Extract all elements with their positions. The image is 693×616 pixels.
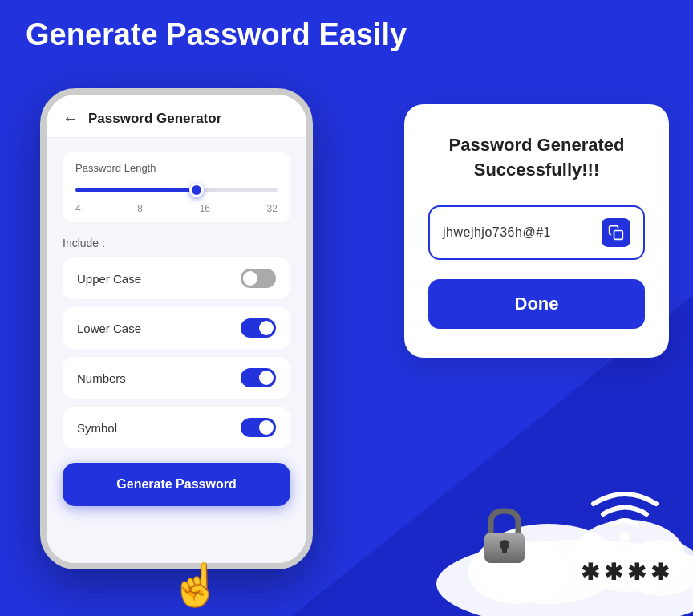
screen-title: Password Generator [88, 111, 221, 127]
password-value: jhwejhjo736h@#1 [443, 225, 551, 240]
toggle-item-lowercase: Lower Case [63, 307, 290, 349]
slider-max: 32 [267, 203, 278, 214]
slider-mid2: 16 [200, 203, 210, 214]
done-button[interactable]: Done [428, 279, 645, 329]
back-button[interactable]: ← [63, 109, 79, 128]
slider-labels: 4 8 16 32 [75, 203, 278, 214]
finger-icon: ☝️ [170, 561, 222, 610]
dot-3: ✱ [627, 559, 646, 586]
success-card: Password GeneratedSuccessfully!!! jhwejh… [404, 104, 669, 358]
toggle-label-uppercase: Upper Case [77, 272, 141, 286]
slider-track-wrapper[interactable] [75, 182, 278, 198]
generate-password-button[interactable]: Generate Password [63, 463, 290, 506]
lock-icon [476, 505, 533, 572]
toggle-knob-uppercase [243, 271, 257, 286]
phone-content: Password Length 4 8 16 32 [47, 138, 306, 521]
deco-area: ✱ ✱ ✱ ✱ [388, 391, 693, 616]
phone-screen: ← Password Generator Password Length 4 [47, 95, 306, 563]
slider-section: Password Length 4 8 16 32 [63, 152, 290, 222]
include-label: Include : [63, 237, 290, 249]
wifi-icon [581, 476, 669, 552]
dot-4: ✱ [650, 559, 669, 586]
toggle-lowercase[interactable] [241, 318, 276, 338]
toggle-item-symbol: Symbol [63, 407, 290, 448]
svg-rect-0 [614, 230, 623, 239]
svg-rect-10 [502, 547, 507, 553]
toggle-knob-numbers [259, 371, 274, 385]
phone-frame: ← Password Generator Password Length 4 [40, 88, 313, 569]
toggle-label-lowercase: Lower Case [77, 322, 141, 335]
toggle-knob-symbol [259, 420, 274, 435]
toggle-item-uppercase: Upper Case [63, 257, 290, 299]
phone-mockup: ← Password Generator Password Length 4 [24, 88, 337, 586]
toggle-label-symbol: Symbol [77, 421, 117, 435]
wifi-svg [581, 476, 669, 549]
toggle-label-numbers: Numbers [77, 371, 126, 385]
slider-mid1: 8 [137, 203, 143, 214]
password-field: jhwejhjo736h@#1 [428, 205, 645, 260]
svg-point-6 [620, 532, 630, 541]
toggle-symbol[interactable] [241, 418, 276, 437]
slider-track [75, 188, 278, 192]
lock-svg [476, 505, 533, 569]
copy-button[interactable] [602, 218, 630, 247]
dot-1: ✱ [581, 559, 599, 586]
success-title: Password GeneratedSuccessfully!!! [428, 133, 645, 183]
toggle-knob-lowercase [259, 321, 274, 335]
slider-fill [75, 188, 197, 192]
password-dots: ✱ ✱ ✱ ✱ [581, 559, 669, 586]
slider-thumb[interactable] [189, 183, 204, 197]
toggle-uppercase[interactable] [241, 269, 276, 288]
toggle-item-numbers: Numbers [63, 357, 290, 399]
page-title: Generate Password Easily [26, 18, 407, 52]
slider-min: 4 [75, 203, 81, 214]
copy-icon [608, 225, 624, 241]
phone-header: ← Password Generator [47, 95, 306, 138]
dot-2: ✱ [604, 559, 622, 586]
toggle-numbers[interactable] [241, 368, 276, 387]
slider-label: Password Length [75, 162, 278, 174]
